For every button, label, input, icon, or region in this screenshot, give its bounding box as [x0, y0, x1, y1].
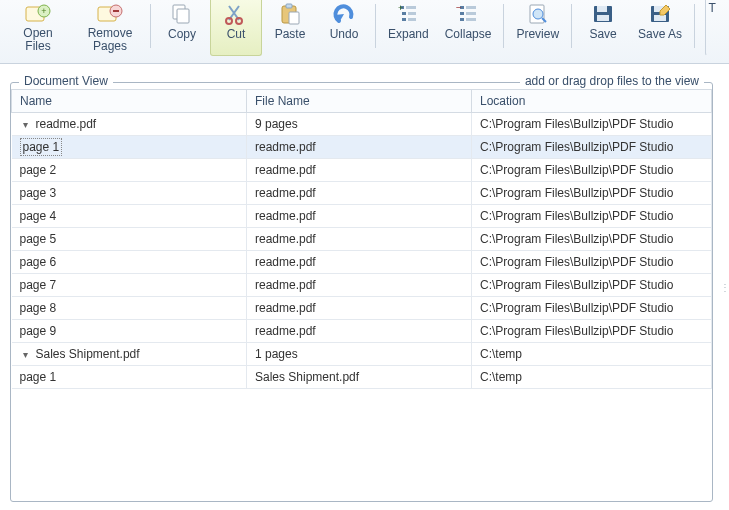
cell-location: C:\Program Files\Bullzip\PDF Studio	[472, 228, 712, 251]
cell-name[interactable]: page 1	[12, 366, 247, 389]
right-splitter[interactable]: ⋮	[721, 64, 729, 510]
remove-pages-label: Remove Pages	[82, 27, 138, 53]
svg-rect-12	[289, 12, 299, 24]
row-name: page 6	[20, 255, 57, 269]
table-row[interactable]: ▾Sales Shipment.pdf1 pagesC:\temp	[12, 343, 712, 366]
expand-button[interactable]: + Expand	[381, 0, 436, 56]
svg-rect-23	[466, 12, 476, 15]
cell-name[interactable]: page 5	[12, 228, 247, 251]
svg-text:−: −	[456, 3, 462, 13]
paste-icon	[275, 2, 305, 26]
row-name: page 1	[20, 138, 63, 156]
main-area: Document View add or drag drop files to …	[0, 64, 729, 510]
cell-name[interactable]: page 6	[12, 251, 247, 274]
expand-icon: +	[393, 2, 423, 26]
svg-point-28	[533, 9, 543, 19]
preview-button[interactable]: Preview	[509, 0, 566, 56]
copy-button[interactable]: Copy	[156, 0, 208, 56]
preview-label: Preview	[516, 28, 559, 41]
svg-rect-17	[402, 18, 406, 21]
row-name: page 4	[20, 209, 57, 223]
table-row[interactable]: page 8readme.pdfC:\Program Files\Bullzip…	[12, 297, 712, 320]
svg-rect-25	[466, 18, 476, 21]
open-files-button[interactable]: + Open Files	[3, 0, 73, 56]
paste-label: Paste	[275, 28, 306, 41]
cell-file: readme.pdf	[247, 297, 472, 320]
expander-icon[interactable]: ▾	[20, 119, 32, 130]
open-files-label: Open Files	[10, 27, 66, 53]
save-as-button[interactable]: Save As	[631, 0, 689, 56]
cell-file: Sales Shipment.pdf	[247, 366, 472, 389]
paste-button[interactable]: Paste	[264, 0, 316, 56]
save-label: Save	[589, 28, 616, 41]
toolbar-overflow-label: T	[708, 2, 715, 15]
cell-name[interactable]: ▾Sales Shipment.pdf	[12, 343, 247, 366]
svg-rect-14	[406, 6, 416, 9]
cell-file: readme.pdf	[247, 274, 472, 297]
table-row[interactable]: page 5readme.pdfC:\Program Files\Bullzip…	[12, 228, 712, 251]
col-header-file[interactable]: File Name	[247, 90, 472, 113]
svg-rect-18	[408, 18, 416, 21]
cell-name[interactable]: page 3	[12, 182, 247, 205]
col-header-name[interactable]: Name	[12, 90, 247, 113]
open-files-icon: +	[23, 2, 53, 25]
collapse-button[interactable]: − Collapse	[438, 0, 499, 56]
toolbar-separator	[571, 4, 572, 48]
save-button[interactable]: Save	[577, 0, 629, 56]
svg-rect-21	[466, 6, 476, 9]
row-name: page 1	[20, 370, 57, 384]
expand-label: Expand	[388, 28, 429, 41]
table-row[interactable]: page 9readme.pdfC:\Program Files\Bullzip…	[12, 320, 712, 343]
preview-icon	[523, 2, 553, 26]
svg-text:+: +	[398, 3, 403, 13]
document-view-panel: Document View add or drag drop files to …	[10, 82, 713, 502]
remove-pages-icon	[95, 2, 125, 25]
toolbar-separator	[375, 4, 376, 48]
copy-label: Copy	[168, 28, 196, 41]
cell-name[interactable]: page 7	[12, 274, 247, 297]
table-row[interactable]: page 1Sales Shipment.pdfC:\temp	[12, 366, 712, 389]
table-row[interactable]: page 7readme.pdfC:\Program Files\Bullzip…	[12, 274, 712, 297]
cell-name[interactable]: page 4	[12, 205, 247, 228]
row-name: page 2	[20, 163, 57, 177]
save-icon	[588, 2, 618, 26]
cell-file: readme.pdf	[247, 159, 472, 182]
cut-icon	[221, 2, 251, 26]
table-row[interactable]: page 2readme.pdfC:\Program Files\Bullzip…	[12, 159, 712, 182]
svg-rect-24	[460, 18, 464, 21]
svg-rect-31	[597, 6, 607, 12]
cell-file: readme.pdf	[247, 228, 472, 251]
cell-name[interactable]: page 9	[12, 320, 247, 343]
cell-location: C:\Program Files\Bullzip\PDF Studio	[472, 159, 712, 182]
cell-location: C:\Program Files\Bullzip\PDF Studio	[472, 274, 712, 297]
svg-rect-16	[408, 12, 416, 15]
cell-file: 1 pages	[247, 343, 472, 366]
grid-header-row: Name File Name Location	[12, 90, 712, 113]
cell-file: readme.pdf	[247, 320, 472, 343]
cell-name[interactable]: page 1	[12, 136, 247, 159]
col-header-location[interactable]: Location	[472, 90, 712, 113]
svg-rect-32	[597, 15, 609, 21]
cell-location: C:\Program Files\Bullzip\PDF Studio	[472, 136, 712, 159]
svg-rect-35	[654, 15, 666, 21]
undo-button[interactable]: Undo	[318, 0, 370, 56]
toolbar-overflow-button[interactable]: T	[705, 0, 719, 56]
document-tree-grid[interactable]: Name File Name Location ▾readme.pdf9 pag…	[11, 89, 712, 389]
svg-rect-11	[286, 4, 292, 8]
expander-icon[interactable]: ▾	[20, 349, 32, 360]
cell-file: 9 pages	[247, 113, 472, 136]
table-row[interactable]: ▾readme.pdf9 pagesC:\Program Files\Bullz…	[12, 113, 712, 136]
cell-name[interactable]: page 8	[12, 297, 247, 320]
cell-name[interactable]: ▾readme.pdf	[12, 113, 247, 136]
save-as-icon	[645, 2, 675, 26]
table-row[interactable]: page 6readme.pdfC:\Program Files\Bullzip…	[12, 251, 712, 274]
table-row[interactable]: page 3readme.pdfC:\Program Files\Bullzip…	[12, 182, 712, 205]
toolbar: + Open Files Remove Pages Copy Cut Paste…	[0, 0, 729, 64]
cut-button[interactable]: Cut	[210, 0, 262, 56]
table-row[interactable]: page 4readme.pdfC:\Program Files\Bullzip…	[12, 205, 712, 228]
cell-location: C:\Program Files\Bullzip\PDF Studio	[472, 320, 712, 343]
remove-pages-button[interactable]: Remove Pages	[75, 0, 145, 56]
table-row[interactable]: page 1readme.pdfC:\Program Files\Bullzip…	[12, 136, 712, 159]
cell-name[interactable]: page 2	[12, 159, 247, 182]
svg-point-9	[236, 18, 242, 24]
